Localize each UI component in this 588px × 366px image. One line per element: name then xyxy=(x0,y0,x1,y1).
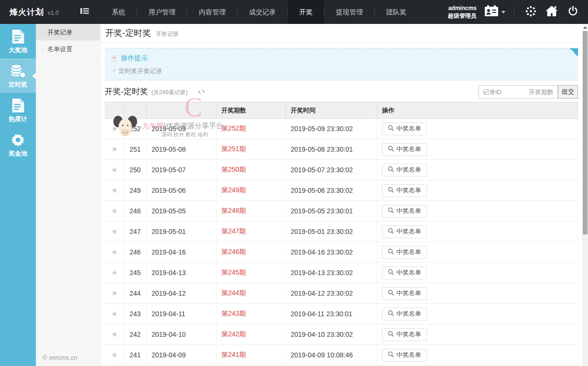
draw-date-cell: 2019-05-09 xyxy=(146,119,216,139)
magnifier-icon xyxy=(388,248,394,256)
column-header-4: 开奖期数 xyxy=(216,102,285,118)
winners-list-button[interactable]: 中奖名单 xyxy=(382,122,427,135)
issue-cell: 第244期 xyxy=(216,283,285,303)
winners-list-label: 中奖名单 xyxy=(396,268,421,277)
star-icon[interactable]: ★ xyxy=(111,289,118,298)
draw-date-cell: 2019-04-10 xyxy=(146,324,216,344)
winners-list-button[interactable]: 中奖名单 xyxy=(382,205,427,218)
winners-list-label: 中奖名单 xyxy=(396,289,421,298)
winners-list-button[interactable]: 中奖名单 xyxy=(382,225,427,238)
scrollbar-thumb[interactable] xyxy=(583,31,588,234)
topnav-item-5[interactable]: 开奖 xyxy=(288,0,324,24)
record-id-cell: 244 xyxy=(124,283,146,303)
document-icon xyxy=(0,28,36,45)
draw-time-cell: 2019-05-09 23:30:02 xyxy=(285,119,377,139)
favorite-cell: ★ xyxy=(105,283,124,303)
coins-icon xyxy=(0,62,36,79)
sidebar-item-3[interactable]: 热度计 xyxy=(0,93,36,127)
winners-list-button[interactable]: 中奖名单 xyxy=(382,164,427,177)
topnav-item-1[interactable]: 系统 xyxy=(100,0,137,24)
record-id-cell: 252 xyxy=(124,119,146,139)
favorite-cell: ★ xyxy=(105,222,124,242)
winners-list-label: 中奖名单 xyxy=(396,145,421,154)
winners-list-button[interactable]: 中奖名单 xyxy=(382,143,427,156)
sidebar-item-1[interactable]: 大奖池 xyxy=(0,24,36,58)
winners-list-button[interactable]: 中奖名单 xyxy=(382,246,427,259)
action-cell: 中奖名单 xyxy=(377,304,578,324)
star-icon[interactable]: ★ xyxy=(111,268,118,277)
topnav-item-4[interactable]: 成交记录 xyxy=(238,0,287,24)
home-button[interactable] xyxy=(541,0,562,24)
winners-list-button[interactable]: 中奖名单 xyxy=(382,184,427,197)
logout-button[interactable] xyxy=(562,0,583,24)
sidebar-item-label: 奖金池 xyxy=(0,149,36,158)
app-logo: 烽火计划 v1.0 xyxy=(0,7,76,18)
power-icon xyxy=(568,6,578,18)
action-cell: 中奖名单 xyxy=(377,180,578,200)
topnav-item-2[interactable]: 用户管理 xyxy=(137,0,187,24)
record-id-cell: 246 xyxy=(124,242,146,262)
id-card-icon xyxy=(484,5,499,19)
record-id-input[interactable] xyxy=(479,86,525,98)
issue-number-input[interactable] xyxy=(525,86,557,98)
winners-list-button[interactable]: 中奖名单 xyxy=(382,287,427,300)
page-title: 开奖-定时奖 xyxy=(105,27,151,39)
subsidebar-item-1[interactable]: ·开奖记录 xyxy=(36,24,100,41)
winners-list-label: 中奖名单 xyxy=(396,248,421,256)
star-icon[interactable]: ★ xyxy=(111,248,118,256)
favorite-cell: ★ xyxy=(105,139,124,159)
action-cell: 中奖名单 xyxy=(377,324,578,344)
star-icon[interactable]: ★ xyxy=(111,145,118,154)
winners-list-label: 中奖名单 xyxy=(396,351,421,359)
draw-time-cell: 2019-05-05 23:30:01 xyxy=(285,201,377,221)
winners-list-button[interactable]: 中奖名单 xyxy=(382,328,427,341)
star-icon[interactable]: ★ xyxy=(111,310,118,318)
winners-list-label: 中奖名单 xyxy=(396,227,421,236)
record-id-cell: 241 xyxy=(124,345,146,365)
winners-list-button[interactable]: 中奖名单 xyxy=(382,349,427,362)
secondary-sidebar: ·开奖记录·名单设置 © xnrcms.cn xyxy=(36,24,100,366)
star-icon[interactable]: ★ xyxy=(111,227,118,236)
submit-button[interactable]: 提交 xyxy=(558,85,578,99)
menu-collapse-button[interactable] xyxy=(76,0,93,24)
topnav-item-7[interactable]: 团队奖 xyxy=(375,0,418,24)
magnifier-icon xyxy=(388,125,394,133)
tip-item-text: 定时奖开奖记录 xyxy=(119,67,162,76)
subsidebar-item-2[interactable]: ·名单设置 xyxy=(36,41,100,57)
user-info: admincms 超级管理员 xyxy=(448,4,477,20)
star-icon[interactable]: ★ xyxy=(111,186,118,195)
operation-tip-panel: ☝ 操作提示 ›定时奖开奖记录 xyxy=(105,48,578,80)
star-icon[interactable]: ★ xyxy=(111,330,118,339)
action-cell: 中奖名单 xyxy=(377,242,578,262)
main-content: 开奖-定时奖 开奖记录 ☝ 操作提示 ›定时奖开奖记录 开奖-定时奖 (共249… xyxy=(100,24,582,366)
topnav-item-3[interactable]: 内容管理 xyxy=(187,0,237,24)
tip-title: 操作提示 xyxy=(121,54,148,63)
clear-cache-button[interactable] xyxy=(520,0,541,24)
user-menu-button[interactable] xyxy=(481,5,508,19)
draw-time-cell: 2019-04-16 23:30:02 xyxy=(285,242,377,262)
star-icon[interactable]: ★ xyxy=(111,166,118,174)
issue-cell: 第247期 xyxy=(216,222,285,242)
magnifier-icon xyxy=(388,187,394,194)
star-icon[interactable]: ★ xyxy=(111,124,118,133)
column-header-1 xyxy=(105,102,124,118)
tip-fold-corner[interactable] xyxy=(570,48,578,56)
user-name: admincms xyxy=(448,4,477,12)
winners-list-button[interactable]: 中奖名单 xyxy=(382,266,427,279)
sidebar-item-label: 大奖池 xyxy=(0,46,36,55)
topnav-item-6[interactable]: 提现管理 xyxy=(325,0,374,24)
winners-list-button[interactable]: 中奖名单 xyxy=(382,308,427,321)
dots-cluster-icon xyxy=(525,5,537,19)
favorite-cell: ★ xyxy=(105,345,124,365)
refresh-button[interactable] xyxy=(198,88,205,97)
star-icon[interactable]: ★ xyxy=(111,207,118,215)
draw-date-cell: 2019-04-11 xyxy=(146,304,216,324)
scroll-up-button[interactable] xyxy=(582,24,588,31)
sidebar-item-2[interactable]: 定时奖 xyxy=(0,58,36,93)
favorite-cell: ★ xyxy=(105,324,124,344)
sidebar-item-4[interactable]: 奖金池 xyxy=(0,127,36,162)
vertical-scrollbar[interactable] xyxy=(582,24,588,366)
star-icon[interactable]: ★ xyxy=(111,351,118,359)
draw-time-cell: 2019-05-08 23:30:01 xyxy=(285,139,377,159)
issue-cell: 第248期 xyxy=(216,201,285,221)
